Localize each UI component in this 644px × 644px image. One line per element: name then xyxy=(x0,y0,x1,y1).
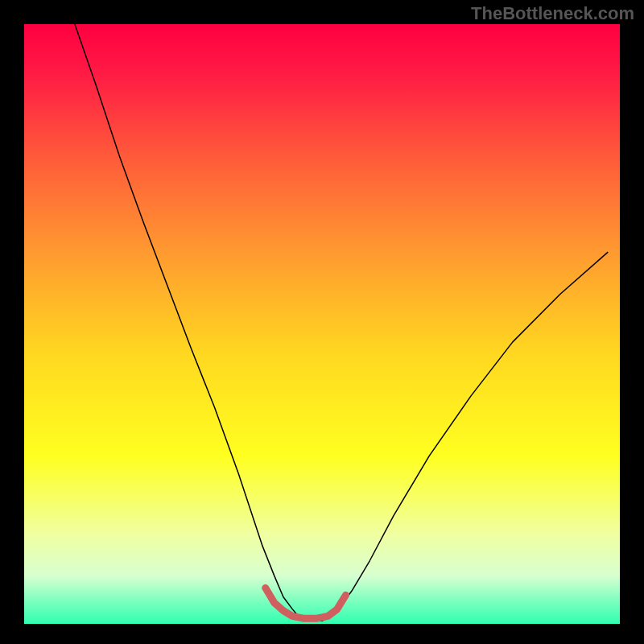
bottleneck-chart xyxy=(0,0,644,644)
chart-container xyxy=(0,0,644,644)
watermark-text: TheBottleneck.com xyxy=(471,3,634,24)
